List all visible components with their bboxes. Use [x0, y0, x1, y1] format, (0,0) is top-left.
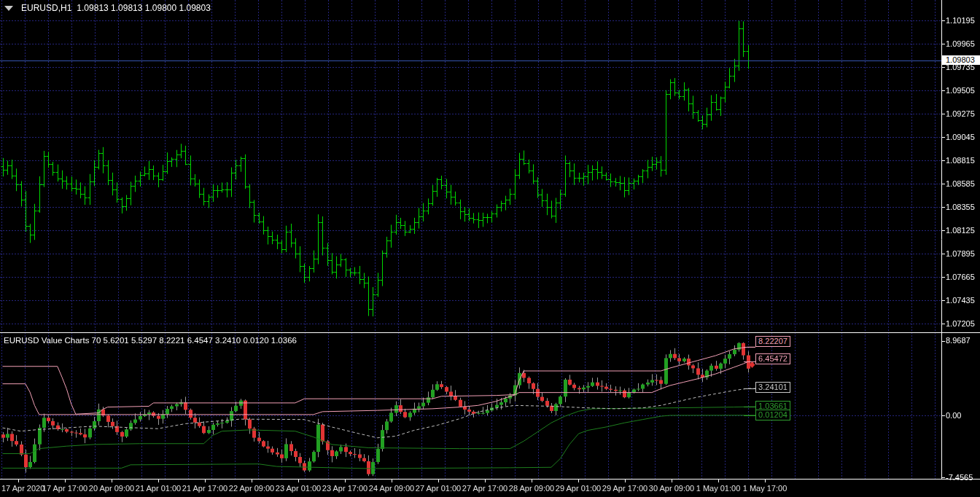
time-axis-label: 21 Apr 17:00	[182, 484, 228, 493]
indicator-line-value-box: 8.22207	[755, 336, 790, 347]
time-axis-label: 29 Apr 17:00	[602, 484, 648, 493]
price-axis-label: 1.07435	[946, 296, 975, 305]
time-axis-label: 1 May 01:00	[696, 484, 741, 493]
mt4-chart-window: EURUSD,H1 1.09813 1.09813 1.09800 1.0980…	[0, 0, 980, 497]
time-axis-label: 23 Apr 17:00	[322, 484, 368, 493]
time-axis-label: 20 Apr 09:00	[89, 484, 134, 493]
indicator-axis-label: 8.9687	[946, 336, 971, 345]
indicator-line-value-box: 6.45472	[755, 353, 790, 364]
time-axis-label: 29 Apr 01:00	[556, 484, 601, 493]
price-axis-label: 1.07895	[946, 249, 975, 259]
indicator-line-value-box: 0.01204	[755, 410, 790, 420]
symbol-dropdown-icon[interactable]	[4, 6, 13, 11]
price-axis-label: 1.08585	[946, 179, 975, 189]
price-axis-label: 1.09275	[946, 109, 975, 119]
time-axis-label: 23 Apr 01:00	[276, 484, 321, 493]
indicator-axis-label: 0.00	[946, 411, 961, 420]
current-price-label: 1.09803	[942, 55, 980, 65]
time-axis-label: 30 Apr 09:00	[649, 484, 694, 493]
time-axis-label: 22 Apr 09:00	[229, 484, 274, 493]
chart-canvas[interactable]	[0, 0, 980, 497]
time-axis-label: 21 Apr 01:00	[136, 484, 181, 493]
symbol-period-label: EURUSD,H1	[21, 3, 71, 13]
time-axis-label: 17 Apr 17:00	[42, 484, 88, 493]
price-axis-label: 1.08815	[946, 156, 975, 165]
price-axis-label: 1.08355	[946, 203, 975, 212]
price-axis-label: 1.07665	[946, 273, 975, 282]
time-axis-label: 28 Apr 09:00	[509, 484, 554, 493]
time-axis-label: 27 Apr 01:00	[416, 484, 461, 493]
price-axis-label: 1.09045	[946, 133, 975, 142]
chart-header: EURUSD,H1 1.09813 1.09813 1.09800 1.0980…	[4, 3, 211, 13]
price-axis-label: 1.09965	[946, 39, 975, 49]
price-axis-label: 1.10195	[946, 16, 975, 26]
indicator-line-value-box: 3.24101	[755, 382, 790, 393]
time-axis-label: 24 Apr 09:00	[369, 484, 414, 493]
indicator-header: EURUSD Value Charts 70 5.6201 5.5297 8.2…	[4, 336, 297, 345]
time-axis-label: 1 May 17:00	[743, 484, 788, 493]
price-axis-label: 1.07205	[946, 319, 975, 329]
price-axis-label: 1.09505	[946, 86, 975, 95]
price-axis-label: 1.08125	[946, 226, 975, 235]
time-axis-label: 17 Apr 2020	[1, 484, 44, 493]
time-axis-label: 27 Apr 17:00	[462, 484, 508, 493]
ohlc-quote-label: 1.09813 1.09813 1.09800 1.09803	[77, 3, 211, 13]
indicator-axis-label: -7.4565	[946, 473, 973, 482]
